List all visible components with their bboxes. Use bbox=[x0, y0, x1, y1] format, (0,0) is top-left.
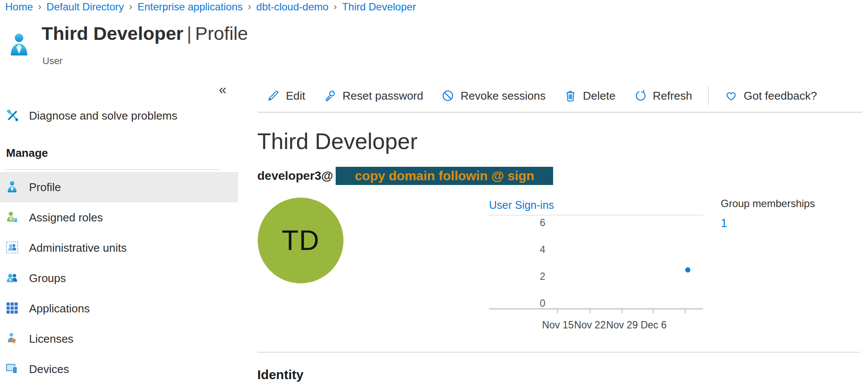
breadcrumb-separator: › bbox=[38, 1, 41, 13]
reset-password-button[interactable]: Reset password bbox=[314, 89, 432, 103]
sidebar-item-applications[interactable]: Applications bbox=[0, 293, 238, 324]
toolbar-underline bbox=[258, 112, 862, 113]
sidebar-item-label: Administrative units bbox=[29, 241, 126, 255]
breadcrumb-separator: › bbox=[129, 1, 132, 13]
sidebar-item-label: Groups bbox=[29, 272, 66, 285]
heart-icon bbox=[725, 89, 738, 102]
group-memberships-label: Group memberships bbox=[721, 198, 815, 210]
redaction-note: copy domain followin @ sign bbox=[336, 167, 553, 185]
chart-title: User Sign-ins bbox=[489, 198, 703, 215]
sidebar-item-label: Diagnose and solve problems bbox=[29, 109, 178, 123]
sidebar-item-administrative-units[interactable]: Administrative units bbox=[0, 233, 238, 263]
edit-button[interactable]: Edit bbox=[258, 89, 314, 103]
groups-icon bbox=[6, 272, 19, 285]
breadcrumb-default-directory[interactable]: Default Directory bbox=[46, 1, 124, 13]
admin-units-icon bbox=[6, 241, 19, 254]
refresh-icon bbox=[634, 89, 647, 102]
assigned-roles-icon bbox=[6, 211, 19, 224]
sidebar-nav: Profile Assigned roles Administrative un… bbox=[0, 172, 238, 383]
x-axis-tick bbox=[653, 309, 654, 313]
breadcrumb-home[interactable]: Home bbox=[5, 1, 33, 13]
revoke-sessions-button[interactable]: Revoke sessions bbox=[432, 89, 555, 103]
user-icon bbox=[6, 181, 19, 194]
trash-icon bbox=[564, 89, 577, 102]
breadcrumb-separator: › bbox=[334, 1, 337, 13]
chart-plot-area: 6 4 2 0 Nov 15 Nov 22 Nov 29 Dec 6 bbox=[489, 215, 703, 339]
x-axis-tick bbox=[685, 309, 686, 313]
identity-section-heading: Identity bbox=[257, 367, 304, 382]
breadcrumb-dbt-cloud-demo[interactable]: dbt-cloud-demo bbox=[256, 1, 329, 13]
y-axis-tick-label: 4 bbox=[489, 244, 545, 255]
page-title-name: Third Developer bbox=[42, 23, 183, 44]
got-feedback-label: Got feedback? bbox=[744, 89, 817, 103]
sidebar-item-label: Profile bbox=[29, 181, 61, 194]
breadcrumb-enterprise-applications[interactable]: Enterprise applications bbox=[137, 1, 243, 13]
sidebar-divider bbox=[5, 169, 220, 170]
breadcrumb-separator: › bbox=[248, 1, 251, 13]
y-axis-tick-label: 2 bbox=[489, 271, 545, 282]
x-axis-tick-label: Dec 6 bbox=[630, 319, 677, 331]
x-axis-tick bbox=[622, 309, 622, 313]
delete-button[interactable]: Delete bbox=[555, 89, 625, 103]
page-title: Third Developer|Profile bbox=[42, 22, 248, 45]
group-memberships-block: Group memberships 1 bbox=[721, 198, 815, 230]
sidebar-item-diagnose[interactable]: Diagnose and solve problems bbox=[6, 107, 178, 125]
toolbar-divider bbox=[708, 86, 709, 105]
sidebar-item-label: Devices bbox=[29, 363, 69, 376]
revoke-sessions-label: Revoke sessions bbox=[460, 89, 546, 103]
x-axis-tick bbox=[589, 309, 590, 313]
sidebar-item-label: Assigned roles bbox=[29, 211, 103, 224]
breadcrumb-third-developer[interactable]: Third Developer bbox=[342, 1, 416, 13]
sidebar-item-assigned-roles[interactable]: Assigned roles bbox=[0, 202, 238, 233]
block-icon bbox=[441, 89, 454, 102]
page-title-section: Profile bbox=[195, 23, 248, 44]
section-divider bbox=[257, 352, 860, 353]
sidebar-item-licenses[interactable]: Licenses bbox=[0, 324, 238, 354]
group-memberships-count[interactable]: 1 bbox=[721, 217, 815, 230]
avatar-initials: TD bbox=[282, 224, 319, 256]
command-bar: Edit Reset password Revoke sessions Dele… bbox=[258, 83, 826, 108]
breadcrumb: Home › Default Directory › Enterprise ap… bbox=[5, 1, 416, 13]
y-axis-tick-label: 0 bbox=[489, 298, 545, 309]
user-signins-chart: User Sign-ins 6 4 2 0 Nov 15 Nov 22 Nov … bbox=[489, 198, 703, 339]
sidebar-item-profile[interactable]: Profile bbox=[0, 172, 238, 202]
x-axis-tick bbox=[557, 309, 558, 313]
applications-icon bbox=[6, 302, 19, 315]
delete-label: Delete bbox=[583, 89, 615, 103]
upn-row: developer3@ copy domain followin @ sign bbox=[257, 167, 553, 185]
y-axis-tick-label: 6 bbox=[489, 217, 545, 228]
sidebar-item-devices[interactable]: Devices bbox=[0, 354, 238, 383]
key-icon bbox=[324, 89, 337, 102]
x-axis-line bbox=[489, 308, 703, 309]
profile-display-name: Third Developer bbox=[257, 128, 418, 154]
signin-data-point bbox=[685, 267, 690, 273]
page-title-separator: | bbox=[183, 23, 195, 44]
user-avatar-icon bbox=[9, 32, 29, 57]
licenses-icon bbox=[6, 332, 19, 345]
sidebar-section-manage: Manage bbox=[6, 146, 48, 160]
refresh-label: Refresh bbox=[653, 89, 692, 103]
reset-password-label: Reset password bbox=[343, 89, 423, 103]
refresh-button[interactable]: Refresh bbox=[625, 89, 701, 103]
sidebar-item-label: Licenses bbox=[29, 332, 74, 346]
sidebar-item-label: Applications bbox=[29, 302, 90, 315]
edit-label: Edit bbox=[286, 89, 305, 103]
upn-prefix: developer3@ bbox=[257, 169, 333, 183]
avatar: TD bbox=[258, 198, 343, 283]
got-feedback-button[interactable]: Got feedback? bbox=[716, 89, 826, 103]
tools-icon bbox=[6, 109, 19, 122]
pencil-icon bbox=[267, 89, 280, 102]
devices-icon bbox=[6, 363, 19, 376]
page-subtitle: User bbox=[42, 55, 62, 67]
sidebar-collapse-button[interactable]: « bbox=[219, 81, 227, 97]
sidebar-item-groups[interactable]: Groups bbox=[0, 263, 238, 293]
